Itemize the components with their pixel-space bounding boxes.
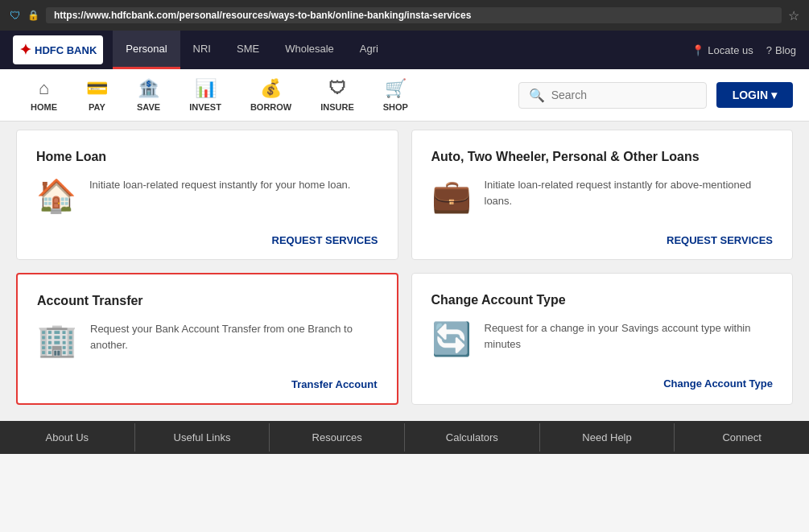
url-prefix: https://www. [54,10,111,21]
nav-tab-personal[interactable]: Personal [113,31,180,69]
home-label: HOME [31,102,57,112]
footer-useful-links[interactable]: Useful Links [135,423,270,452]
nav-tab-sme[interactable]: SME [224,31,272,69]
login-label: LOGIN [733,89,768,101]
nav-tabs: Personal NRI SME Wholesale Agri [113,31,391,69]
logo-text: HDFC BANK [35,44,97,56]
nav-bar: ✦ HDFC BANK Personal NRI SME Wholesale A… [0,31,809,69]
auto-loan-desc: Initiate loan-related request instantly … [485,177,774,208]
change-account-type-link[interactable]: Change Account Type [431,371,774,390]
account-transfer-title: Account Transfer [37,294,378,308]
nav-tab-wholesale[interactable]: Wholesale [272,31,347,69]
auto-loan-title: Auto, Two Wheeler, Personal & Other Loan… [431,150,774,164]
change-account-type-desc: Request for a change in your Savings acc… [485,320,774,352]
locate-us[interactable]: 📍 Locate us [691,44,753,56]
auto-loan-card: Auto, Two Wheeler, Personal & Other Loan… [411,130,794,260]
login-chevron-icon: ▾ [771,89,777,101]
blog-link[interactable]: ? Blog [766,44,796,56]
nav-tab-agri[interactable]: Agri [347,31,391,69]
login-button[interactable]: LOGIN ▾ [716,82,793,108]
nav-home[interactable]: ⌂ HOME [16,69,72,121]
nav-pay[interactable]: 💳 PAY [72,69,122,121]
search-icon: 🔍 [529,88,545,103]
change-account-type-content: 🔄 Request for a change in your Savings a… [431,320,774,358]
save-icon: 🏦 [138,78,159,99]
pay-label: PAY [89,102,105,112]
account-transfer-content: 🏢 Request your Bank Account Transfer fro… [37,321,378,359]
nav-invest[interactable]: 📊 INVEST [175,69,236,121]
locate-label: Locate us [708,44,753,56]
change-account-type-icon: 🔄 [431,320,472,358]
question-icon: ? [766,44,772,56]
nav-shop[interactable]: 🛒 SHOP [369,69,423,121]
bookmark-icon[interactable]: ☆ [788,8,799,23]
auto-loan-icon: 💼 [431,177,472,215]
home-loan-title: Home Loan [36,150,378,164]
logo-icon: ✦ [19,41,31,59]
nav-tab-nri[interactable]: NRI [180,31,224,69]
account-transfer-card: Account Transfer 🏢 Request your Bank Acc… [16,273,398,405]
footer-need-help[interactable]: Need Help [540,423,675,452]
invest-label: INVEST [189,102,221,112]
search-bar[interactable]: 🔍 [518,82,707,109]
auto-loan-content: 💼 Initiate loan-related request instantl… [431,177,774,215]
footer-connect[interactable]: Connect [675,423,809,452]
save-label: SAVE [137,102,160,112]
main-nav: ⌂ HOME 💳 PAY 🏦 SAVE 📊 INVEST 💰 BORROW 🛡 … [0,69,809,122]
nav-insure[interactable]: 🛡 INSURE [306,69,369,121]
insure-icon: 🛡 [328,78,346,99]
footer: About Us Useful Links Resources Calculat… [0,421,809,454]
locate-icon: 📍 [691,44,704,56]
cards-grid: Home Loan 🏠 Initiate loan-related reques… [16,130,793,405]
borrow-icon: 💰 [260,78,282,99]
shop-icon: 🛒 [385,78,407,99]
account-transfer-desc: Request your Bank Account Transfer from … [90,321,378,353]
blog-label: Blog [775,44,796,56]
address-bar[interactable]: https://www.hdfcbank.com/personal/resour… [46,7,782,23]
shield-icon: 🛡 [10,9,21,22]
account-transfer-icon: 🏢 [37,321,77,359]
change-account-type-card: Change Account Type 🔄 Request for a chan… [411,273,794,405]
invest-icon: 📊 [195,78,217,99]
home-loan-link[interactable]: REQUEST SERVICES [36,228,378,246]
home-loan-card: Home Loan 🏠 Initiate loan-related reques… [16,130,398,260]
lock-icon: 🔒 [27,10,39,21]
nav-borrow[interactable]: 💰 BORROW [236,69,306,121]
auto-loan-link[interactable]: REQUEST SERVICES [431,228,774,246]
home-icon: ⌂ [39,78,49,99]
insure-label: INSURE [320,102,354,112]
browser-bar: 🛡 🔒 https://www.hdfcbank.com/personal/re… [0,0,809,31]
shop-label: SHOP [383,102,408,112]
home-loan-desc: Initiate loan-related request instantly … [89,177,350,193]
home-loan-icon: 🏠 [36,177,76,215]
search-input[interactable] [551,89,696,101]
url-brand: hdfcbank.com [111,10,176,21]
footer-resources[interactable]: Resources [270,423,405,452]
url-suffix: /personal/resources/ways-to-bank/online-… [176,10,471,21]
home-loan-content: 🏠 Initiate loan-related request instantl… [36,177,378,215]
footer-calculators[interactable]: Calculators [405,423,540,452]
main-nav-items: ⌂ HOME 💳 PAY 🏦 SAVE 📊 INVEST 💰 BORROW 🛡 … [16,69,423,121]
change-account-type-title: Change Account Type [431,293,774,307]
borrow-label: BORROW [250,102,291,112]
account-transfer-link[interactable]: Transfer Account [37,372,378,390]
content-area: Home Loan 🏠 Initiate loan-related reques… [0,122,809,421]
logo[interactable]: ✦ HDFC BANK [13,35,103,64]
nav-save[interactable]: 🏦 SAVE [122,69,175,121]
footer-about-us[interactable]: About Us [0,423,135,452]
pay-icon: 💳 [86,78,108,99]
nav-right: 📍 Locate us ? Blog [691,44,796,56]
